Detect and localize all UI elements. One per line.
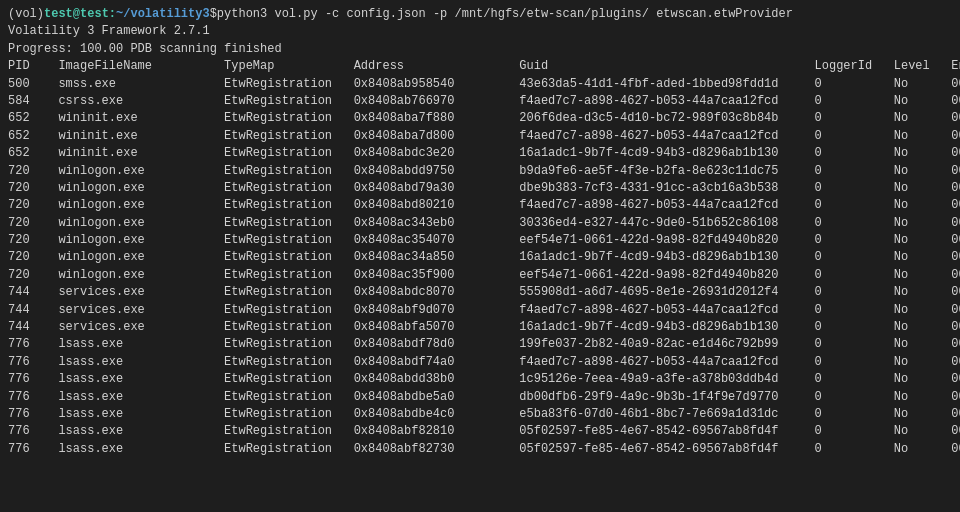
table-row: 776 lsass.exe EtwRegistration 0x8408abf8…: [8, 423, 952, 440]
column-headers: PID ImageFileName TypeMap Address Guid L…: [8, 58, 952, 75]
table-row: 720 winlogon.exe EtwRegistration 0x8408a…: [8, 249, 952, 266]
table-row: 776 lsass.exe EtwRegistration 0x8408abdb…: [8, 389, 952, 406]
table-row: 720 winlogon.exe EtwRegistration 0x8408a…: [8, 180, 952, 197]
table-row: 744 services.exe EtwRegistration 0x8408a…: [8, 302, 952, 319]
framework-version: Volatility 3 Framework 2.7.1: [8, 23, 952, 40]
progress-label: Progress: 100.00 PDB scanning: [8, 42, 224, 56]
command-text: python3 vol.py -c config.json -p /mnt/hg…: [217, 6, 793, 23]
dollar-sign: $: [210, 6, 217, 23]
table-row: 776 lsass.exe EtwRegistration 0x8408abdf…: [8, 336, 952, 353]
vol-prefix: (vol): [8, 6, 44, 23]
prompt-line: (vol) test@test:~/volatility3$ python3 v…: [8, 6, 952, 23]
table-row: 776 lsass.exe EtwRegistration 0x8408abdb…: [8, 406, 952, 423]
table-row: 720 winlogon.exe EtwRegistration 0x8408a…: [8, 215, 952, 232]
table-row: 744 services.exe EtwRegistration 0x8408a…: [8, 319, 952, 336]
table-row: 652 wininit.exe EtwRegistration 0x8408ab…: [8, 110, 952, 127]
table-row: 776 lsass.exe EtwRegistration 0x8408abdf…: [8, 354, 952, 371]
progress-line: Progress: 100.00 PDB scanning finished: [8, 41, 952, 58]
table-row: 776 lsass.exe EtwRegistration 0x8408abf8…: [8, 441, 952, 458]
table-row: 652 wininit.exe EtwRegistration 0x8408ab…: [8, 145, 952, 162]
table-row: 720 winlogon.exe EtwRegistration 0x8408a…: [8, 232, 952, 249]
table-row: 776 lsass.exe EtwRegistration 0x8408abdd…: [8, 371, 952, 388]
data-table: 500 smss.exe EtwRegistration 0x8408ab958…: [8, 76, 952, 459]
table-row: 720 winlogon.exe EtwRegistration 0x8408a…: [8, 267, 952, 284]
terminal-window: (vol) test@test:~/volatility3$ python3 v…: [0, 0, 960, 512]
table-row: 744 services.exe EtwRegistration 0x8408a…: [8, 284, 952, 301]
table-row: 720 winlogon.exe EtwRegistration 0x8408a…: [8, 197, 952, 214]
table-row: 652 wininit.exe EtwRegistration 0x8408ab…: [8, 128, 952, 145]
user-host: test@test:: [44, 6, 116, 23]
table-row: 500 smss.exe EtwRegistration 0x8408ab958…: [8, 76, 952, 93]
finished-word: finished: [224, 42, 282, 56]
table-row: 720 winlogon.exe EtwRegistration 0x8408a…: [8, 163, 952, 180]
table-row: 584 csrss.exe EtwRegistration 0x8408ab76…: [8, 93, 952, 110]
path: ~/volatility3: [116, 6, 210, 23]
